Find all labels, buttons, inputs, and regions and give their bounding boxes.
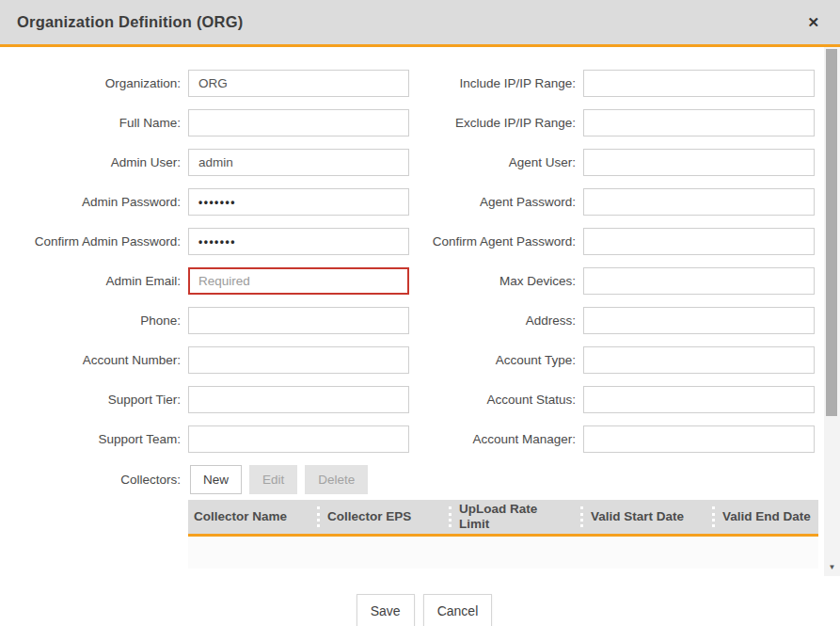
admin-user-field[interactable] <box>188 149 409 176</box>
field-label: Agent User: <box>414 155 583 169</box>
field-row: Max Devices: <box>414 267 815 295</box>
field-row: Agent User: <box>414 149 815 176</box>
account-type-field[interactable] <box>583 346 815 374</box>
new-collector-button[interactable]: New <box>190 465 242 494</box>
table-header-row: Collector Name Collector EPS UpLoad Rate… <box>188 500 818 537</box>
collectors-label: Collectors: <box>0 473 188 487</box>
vertical-scrollbar[interactable]: ▼ <box>824 47 840 576</box>
max-devices-field[interactable] <box>583 267 815 295</box>
table-column-header[interactable]: Valid End Date <box>712 505 818 529</box>
column-header-label: Collector EPS <box>327 509 411 524</box>
field-row: Account Status: <box>414 386 815 413</box>
field-label: Admin Password: <box>0 195 188 209</box>
field-row: Account Number: <box>0 346 409 374</box>
column-header-label: UpLoad Rate Limit <box>459 502 537 532</box>
agent-user-field[interactable] <box>583 149 815 176</box>
field-label: Admin User: <box>0 155 188 169</box>
field-label: Account Number: <box>0 353 188 367</box>
support-team-field[interactable] <box>188 425 409 453</box>
field-label: Include IP/IP Range: <box>414 76 583 90</box>
full-name-field[interactable] <box>188 109 409 136</box>
dialog-footer: Save Cancel <box>0 594 840 626</box>
account-number-field[interactable] <box>188 346 409 374</box>
support-tier-field[interactable] <box>188 386 409 413</box>
column-separator-icon <box>449 506 452 527</box>
phone-field[interactable] <box>188 307 409 334</box>
field-label: Max Devices: <box>414 274 583 288</box>
field-row: Support Tier: <box>0 386 409 413</box>
include-ip-range-field[interactable] <box>583 70 815 97</box>
field-label: Account Manager: <box>414 432 583 446</box>
field-row: Organization: <box>0 70 409 97</box>
cancel-button[interactable]: Cancel <box>423 594 493 626</box>
confirm-admin-password-field[interactable] <box>188 228 409 255</box>
field-label: Account Type: <box>414 353 583 367</box>
field-row: Phone: <box>0 307 409 334</box>
field-label: Full Name: <box>0 116 188 130</box>
field-label: Support Team: <box>0 432 188 446</box>
field-label: Agent Password: <box>414 195 583 209</box>
table-column-header[interactable]: Collector EPS <box>317 505 449 529</box>
agent-password-field[interactable] <box>583 188 815 216</box>
table-column-header[interactable]: UpLoad Rate Limit <box>449 500 580 534</box>
field-row: Exclude IP/IP Range: <box>414 109 815 136</box>
field-row: Admin Password: <box>0 188 409 216</box>
exclude-ip-range-field[interactable] <box>583 109 815 136</box>
account-manager-field[interactable] <box>583 425 815 453</box>
field-label: Confirm Admin Password: <box>0 234 188 249</box>
organization-field[interactable] <box>188 70 409 97</box>
dialog-header: Organization Definition (ORG) ✕ <box>0 0 840 47</box>
field-row: Address: <box>414 307 815 334</box>
column-separator-icon <box>712 506 715 527</box>
admin-email-field[interactable] <box>188 267 409 295</box>
form-columns: Organization: Full Name: Admin User: <box>0 70 840 465</box>
collectors-table: Collector Name Collector EPS UpLoad Rate… <box>188 500 818 569</box>
form-column-right: Include IP/IP Range: Exclude IP/IP Range… <box>414 70 815 465</box>
collectors-section: Collectors: New Edit Delete <box>0 465 840 494</box>
field-label: Account Status: <box>414 393 583 407</box>
field-label: Admin Email: <box>0 274 188 288</box>
confirm-agent-password-field[interactable] <box>583 228 815 255</box>
account-status-field[interactable] <box>583 386 815 413</box>
form-column-left: Organization: Full Name: Admin User: <box>0 70 409 465</box>
save-button[interactable]: Save <box>357 594 415 626</box>
field-label: Address: <box>414 313 583 328</box>
field-row: Agent Password: <box>414 188 815 216</box>
table-body <box>188 537 818 569</box>
close-icon[interactable]: ✕ <box>807 15 819 29</box>
field-row: Confirm Agent Password: <box>414 228 815 255</box>
delete-collector-button[interactable]: Delete <box>305 465 368 494</box>
column-separator-icon <box>317 506 320 527</box>
field-label: Exclude IP/IP Range: <box>414 116 583 130</box>
field-row: Confirm Admin Password: <box>0 228 409 255</box>
table-column-header[interactable]: Valid Start Date <box>580 505 712 529</box>
edit-collector-button[interactable]: Edit <box>249 465 297 494</box>
column-separator-icon <box>580 506 583 527</box>
field-label: Organization: <box>0 76 188 90</box>
field-label: Confirm Agent Password: <box>414 234 583 249</box>
column-header-label: Valid Start Date <box>591 509 684 524</box>
scroll-down-arrow-icon[interactable]: ▼ <box>824 563 840 572</box>
table-column-header[interactable]: Collector Name <box>188 507 317 526</box>
field-row: Include IP/IP Range: <box>414 70 815 97</box>
admin-password-field[interactable] <box>188 188 409 216</box>
field-row: Account Manager: <box>414 425 815 453</box>
field-row: Full Name: <box>0 109 409 136</box>
scrollbar-thumb[interactable] <box>826 49 837 416</box>
dialog-body: Organization: Full Name: Admin User: <box>0 47 840 626</box>
address-field[interactable] <box>583 307 815 334</box>
column-header-label: Collector Name <box>194 509 287 524</box>
dialog-title: Organization Definition (ORG) <box>17 13 243 31</box>
organization-definition-dialog: Organization Definition (ORG) ✕ Organiza… <box>0 0 840 626</box>
field-row: Support Team: <box>0 425 409 453</box>
collector-buttons: New Edit Delete <box>190 465 368 494</box>
field-row: Admin User: <box>0 149 409 176</box>
column-header-label: Valid End Date <box>722 509 811 524</box>
field-row: Admin Email: <box>0 267 409 295</box>
field-label: Phone: <box>0 313 188 328</box>
field-label: Support Tier: <box>0 393 188 407</box>
field-row: Account Type: <box>414 346 815 374</box>
